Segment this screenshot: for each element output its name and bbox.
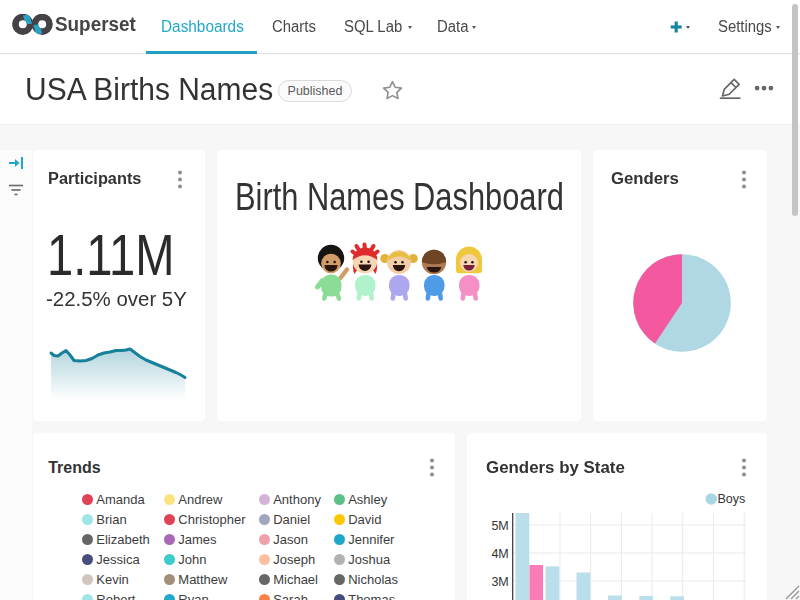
svg-text:3M: 3M [491, 575, 508, 589]
svg-text:5M: 5M [491, 519, 508, 533]
svg-text:Boys: Boys [718, 492, 746, 506]
svg-text:4M: 4M [491, 547, 508, 561]
